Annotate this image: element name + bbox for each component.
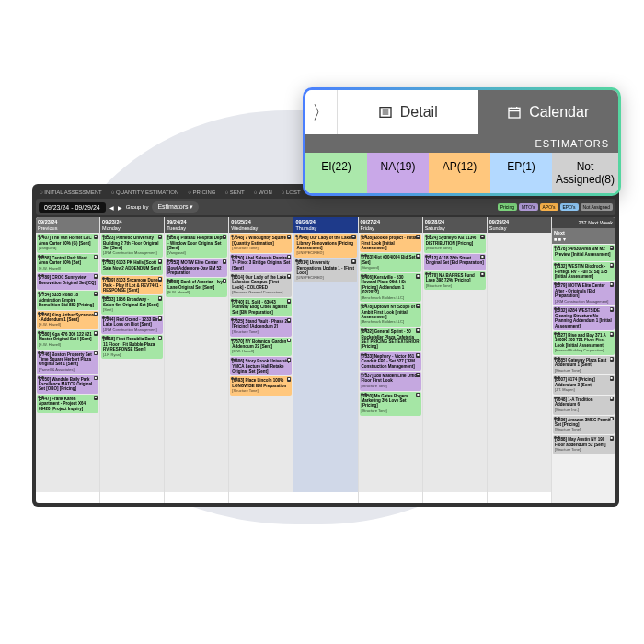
calendar-tab[interactable]: Calendar bbox=[478, 90, 619, 134]
estimator-chips: EI(22)NA(19)AP(12)EP(1)Not Assigned(8) bbox=[305, 153, 618, 193]
project-card[interactable]: ■[7370] NY Botanical Garden Addendum 22 … bbox=[230, 338, 292, 357]
project-card[interactable]: ■[5447] Frank Karen Apartment - Project … bbox=[37, 395, 98, 413]
next-week-column: 237 Next WeekNext■ ■ ▾■[7178] 54/630 Are… bbox=[552, 217, 615, 503]
project-card[interactable]: ■[8014] Our Lady of the Lake Lakeside Ca… bbox=[230, 273, 292, 297]
project-card[interactable]: ■[7252] MOTW Elite Center Bowl Addemore-… bbox=[166, 259, 227, 277]
project-card[interactable]: ■[8007] 8174 [Pricing] Addendum 3 [Sent]… bbox=[553, 375, 615, 395]
project-card[interactable]: ■[7056] King Arthur Sycamore - Addendum … bbox=[37, 311, 98, 330]
project-card[interactable]: ■[7770] NA BARRES Fund Lake 398 72% [Pri… bbox=[424, 271, 486, 291]
project-card[interactable]: ■[8518] First Republic Bank - 11 Floor -… bbox=[101, 335, 163, 359]
project-card[interactable]: ■[7783] 6103 PK Halls [Scott Sale Nov 2 … bbox=[101, 259, 163, 275]
project-card[interactable]: ■[7132] WESTIN Biodrock - Fortega RV - F… bbox=[553, 262, 615, 281]
filter-item[interactable]: ○ LOST bbox=[282, 190, 301, 195]
estimator-chip[interactable]: EP(1) bbox=[490, 153, 552, 193]
day-header[interactable]: 09/27/24Friday bbox=[359, 217, 422, 233]
project-card[interactable]: ■[6493] Place Lincoln 100% LONGWISE BM P… bbox=[230, 376, 292, 396]
day-header[interactable]: 09/29/24Sunday bbox=[488, 217, 551, 233]
estimator-chip[interactable]: Not Assigned(8) bbox=[552, 153, 618, 193]
project-card[interactable]: ■[7325] Stand Vault - Phase 2 [Pricing] … bbox=[230, 317, 292, 337]
project-card[interactable]: ■[7327] Rise and Boy 371 A 1000K 200 721… bbox=[553, 331, 615, 355]
legend-badge[interactable]: APO's bbox=[540, 203, 558, 211]
project-card[interactable]: ■[8432] General Sprint - 50 Rockefeller … bbox=[360, 328, 421, 351]
project-card[interactable]: ■[7885] Gateway Plaza East Addendum 1 [S… bbox=[553, 356, 615, 375]
project-card[interactable]: ■[8533] 1956 Broadway - Salon 6m Origina… bbox=[101, 295, 163, 315]
legend-badge[interactable]: Pricing bbox=[498, 203, 517, 211]
next-week-header[interactable]: 237 Next Week bbox=[552, 217, 615, 228]
groupby-select[interactable]: Estimators ▾ bbox=[152, 201, 199, 213]
project-card[interactable]: ■[7450] Ma Gates Rogers Marketing 3% Lov… bbox=[360, 392, 421, 416]
view-switcher-popup: 〉 Detail Calendar ESTIMATORS EI(22)NA(19… bbox=[303, 87, 621, 196]
project-card[interactable]: ■[7740] EL Sold - 63643 Pathway Bldg Cit… bbox=[230, 298, 292, 316]
estimator-chip[interactable]: NA(19) bbox=[367, 153, 429, 193]
legend-badge[interactable]: Not Assigned bbox=[581, 203, 613, 211]
legend-badges: PricingMTO'sAPO'sEPO'sNot Assigned bbox=[498, 203, 613, 211]
project-card[interactable]: ■[8438] Bookie project - Initial First L… bbox=[360, 234, 421, 252]
project-card[interactable]: ■[7178] 54/630 Area BM M2 Preview [Initi… bbox=[553, 245, 615, 261]
project-card[interactable]: ■[8406] Kerstville - 530 Howard Place 06… bbox=[360, 273, 421, 302]
project-card[interactable]: ■[8232] 8284 WESTSIDE Cleaning Structure… bbox=[553, 306, 615, 330]
day-column: 09/26/24Thursday■[7648] Our Lady of the … bbox=[293, 217, 358, 503]
project-card[interactable]: ■[7244] Red Ocend - 1233 Bird Lake Loss … bbox=[101, 316, 163, 335]
legend-badge[interactable]: MTO's bbox=[519, 203, 537, 211]
project-card[interactable]: ■[7580] Kga 476 306 122 821 Master Origi… bbox=[37, 330, 98, 350]
day-header[interactable]: 09/28/24Saturday bbox=[423, 217, 487, 233]
project-card[interactable]: ■[7337] 180 Maiden Line Office Floor Fir… bbox=[360, 372, 421, 391]
project-card[interactable]: ■[7333] Nephery - Victor 361 Conduit FP0… bbox=[360, 352, 421, 371]
project-card[interactable]: ■[7909] 8103 Sycamore Dunes Park - Play … bbox=[101, 276, 163, 294]
day-column: 09/23/24Monday■[8523] Pathetic Universit… bbox=[100, 217, 165, 503]
date-range[interactable]: 09/23/24 - 09/29/24 bbox=[39, 202, 106, 213]
week-grid: 09/23/24Previous■[7407] The Van Hornet L… bbox=[36, 217, 615, 503]
next-label: Next■ ■ ▾ bbox=[552, 228, 615, 244]
day-column: 09/24/24Tuesday■[8367] Plateau Hospital … bbox=[165, 217, 229, 503]
project-card[interactable]: ■[8406] Story Brook University YMCA Lect… bbox=[230, 357, 292, 375]
groupby-label: Group by bbox=[126, 204, 149, 210]
day-column: 09/28/24Saturday■[8224] Sydney 6 KB 113%… bbox=[423, 217, 488, 503]
project-card[interactable]: ■[8224] Sydney 6 KB 113% DISTRIBUTION [P… bbox=[424, 234, 486, 253]
project-card[interactable]: ■[8358] Central Park West Area Carter 50… bbox=[37, 254, 98, 273]
project-card[interactable]: ■[7236] Amazon 3MEC Permit Set [Pricing]… bbox=[553, 416, 615, 435]
project-card[interactable]: ■[7648] Our Lady of the Lake Library Ren… bbox=[294, 234, 356, 258]
project-card[interactable]: ■[7746] Boston Property Set Time Square … bbox=[37, 351, 98, 374]
project-card[interactable]: ■[7048] 1-A Tradition Addendum 6[Structu… bbox=[553, 396, 615, 415]
project-card[interactable]: ■[8279] MOTW Elite Center After - Origin… bbox=[553, 282, 615, 305]
day-header[interactable]: 09/23/24Previous bbox=[36, 217, 99, 233]
day-column: 09/25/24Wednesday■[7648] 7 Willoughby Sq… bbox=[229, 217, 293, 503]
project-card[interactable]: ■[7050] Wandale Baily Park Excellence MA… bbox=[37, 375, 98, 394]
day-header[interactable]: 09/24/24Tuesday bbox=[165, 217, 228, 233]
project-card[interactable]: ■[7312] A118 28th Street Original Set [B… bbox=[424, 254, 486, 270]
filter-item[interactable]: ○ WON bbox=[254, 190, 272, 195]
project-card[interactable]: ■[7407] The Van Hornet LBC Area Carter 5… bbox=[37, 234, 98, 253]
calendar-panel: ○ INITIAL ASSESSMENT○ QUANTITY ESTIMATIO… bbox=[32, 184, 619, 507]
day-header[interactable]: 09/25/24Wednesday bbox=[229, 217, 293, 233]
day-column: 09/29/24Sunday bbox=[488, 217, 552, 503]
project-card[interactable]: ■[7789] CROC Sunnyview Renovation Origin… bbox=[37, 273, 98, 290]
list-icon bbox=[378, 105, 393, 120]
project-card[interactable]: ■[8478] Uptown NY Scope of Ambit First L… bbox=[360, 303, 421, 327]
detail-tab[interactable]: Detail bbox=[338, 90, 478, 134]
filter-item[interactable]: ○ QUANTITY ESTIMATION bbox=[111, 190, 178, 195]
next-week-icon[interactable]: ▶ bbox=[118, 204, 122, 211]
project-card[interactable]: ■[8208] Bank of America - Ivy Lane Origi… bbox=[166, 278, 227, 297]
day-header[interactable]: 09/23/24Monday bbox=[100, 217, 164, 233]
filter-item[interactable]: ○ SENT bbox=[224, 190, 244, 195]
project-card[interactable]: ■[8523] Pathetic University Building 2 7… bbox=[101, 234, 163, 258]
filter-item[interactable]: ○ INITIAL ASSESSMENT bbox=[40, 190, 102, 195]
controls-bar: 09/23/24 - 09/29/24 ◀ ▶ Group by Estimat… bbox=[36, 199, 615, 215]
day-column: 09/23/24Previous■[7407] The Van Hornet L… bbox=[36, 217, 100, 503]
project-card[interactable]: ■[7783] 4lot #004/004 Bid Set [Set][Vang… bbox=[360, 253, 421, 272]
prev-week-icon[interactable]: ◀ bbox=[109, 204, 114, 211]
project-card[interactable]: ■[7754] 8335 Road 18 Admiration Empire D… bbox=[37, 291, 98, 309]
legend-badge[interactable]: EPO's bbox=[560, 203, 579, 211]
project-card[interactable]: ■[8367] Plateau Hospital Dept - Window D… bbox=[166, 234, 227, 258]
estimator-chip[interactable]: EI(22) bbox=[305, 153, 367, 193]
project-card[interactable]: ■[8014] University Renovations Update 1 … bbox=[294, 259, 356, 282]
day-header[interactable]: 09/26/24Thursday bbox=[293, 217, 357, 233]
calendar-icon bbox=[507, 105, 522, 120]
day-column: 09/27/24Friday■[8438] Bookie project - I… bbox=[359, 217, 423, 503]
project-card[interactable]: ■[7288] May Austin NY 190 Floor addendum… bbox=[553, 435, 615, 454]
project-card[interactable]: ■[7750] Abel Salassie Ramirez 74 Pivot 3… bbox=[230, 254, 292, 272]
estimator-chip[interactable]: AP(12) bbox=[429, 153, 490, 193]
filter-item[interactable]: ○ PRICING bbox=[188, 190, 215, 195]
collapse-icon[interactable]: 〉 bbox=[305, 90, 338, 134]
project-card[interactable]: ■[7648] 7 Willoughby Square [Quantity Es… bbox=[230, 234, 292, 253]
